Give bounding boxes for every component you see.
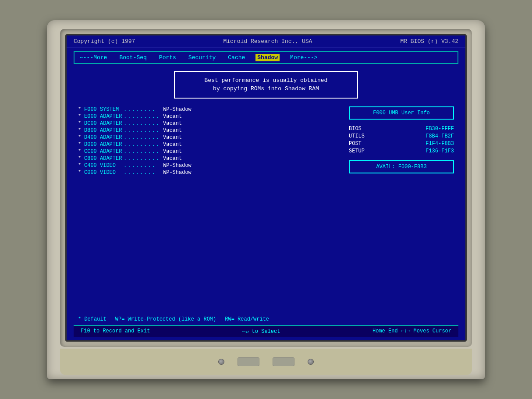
mem-value: WP-Shadow	[163, 162, 192, 169]
memory-row[interactable]: * DC00 ADAPTER ......... Vacant	[78, 120, 340, 127]
mem-star: *	[78, 113, 84, 120]
status-cursor: Home End ←↓→ Moves Cursor	[372, 328, 451, 335]
avail-value: F000-F8B3	[398, 164, 427, 170]
info-label: SETUP	[349, 148, 373, 154]
two-column-section: * F000 SYSTEM ........ WP-Shadow* E000 A…	[74, 106, 458, 309]
mem-value: Vacant	[163, 155, 182, 162]
mem-dots: .........	[124, 113, 163, 120]
info-row: POSTF1F4-F8B3	[349, 141, 454, 147]
mem-star: *	[78, 127, 84, 134]
mem-dots: ........	[124, 162, 163, 169]
mem-star: *	[78, 155, 84, 162]
info-label: POST	[349, 141, 373, 147]
notice-box: Best performance is usually obtained by …	[174, 71, 358, 99]
info-table: BIOSFB30-FFFFUTILSF8B4-FB2FPOSTF1F4-F8B3…	[349, 124, 454, 156]
info-label: BIOS	[349, 126, 373, 132]
legend-default: * Default	[78, 316, 106, 322]
memory-row[interactable]: * D400 ADAPTER ......... Vacant	[78, 134, 340, 141]
info-row: UTILSF8B4-FB2F	[349, 133, 454, 139]
info-value: F1F4-F8B3	[426, 141, 454, 147]
mem-addr: DC00 ADAPTER	[84, 120, 124, 127]
company-text: Microid Research Inc., USA	[223, 38, 312, 45]
right-panel: F000 UMB User Info BIOSFB30-FFFFUTILSF8B…	[349, 106, 454, 309]
status-bar: F10 to Record and Exit ←↵ to Select Home…	[74, 325, 458, 337]
mem-addr: D800 ADAPTER	[84, 127, 124, 134]
umb-info-box: F000 UMB User Info	[349, 106, 454, 120]
nav-item-boot-seq[interactable]: Boot-Seq	[117, 54, 148, 61]
status-select: ←↵ to Select	[242, 328, 280, 335]
bios-header: Copyright (c) 1997 Microid Research Inc.…	[67, 35, 465, 48]
mem-dots: .........	[124, 155, 163, 162]
monitor-btn-1[interactable]	[238, 357, 259, 366]
mem-value: WP-Shadow	[163, 106, 192, 113]
info-value: F136-F1F3	[426, 148, 454, 154]
legend: * Default WP= Write-Protected (like a RO…	[74, 314, 458, 325]
mem-addr: D400 ADAPTER	[84, 134, 124, 141]
mem-value: Vacant	[163, 127, 182, 134]
screw-left	[218, 359, 224, 365]
nav-item-ports[interactable]: Ports	[157, 54, 178, 61]
nav-next-arrow[interactable]: More--->	[288, 54, 319, 61]
nav-bar: ←---More Boot-Seq Ports Security Cache S…	[74, 51, 458, 64]
memory-row[interactable]: * CC00 ADAPTER ......... Vacant	[78, 148, 340, 155]
bios-version: MR BIOS (r) V3.42	[400, 38, 458, 45]
mem-star: *	[78, 169, 84, 176]
mem-star: *	[78, 162, 84, 169]
mem-value: Vacant	[163, 148, 182, 155]
mem-dots: .........	[124, 120, 163, 127]
status-f10: F10 to Record and Exit	[81, 328, 150, 335]
mem-value: WP-Shadow	[163, 169, 192, 176]
mem-dots: .........	[124, 127, 163, 134]
mem-addr: F000 SYSTEM	[84, 106, 124, 113]
mem-dots: ........	[124, 106, 163, 113]
mem-star: *	[78, 120, 84, 127]
nav-prev-arrow[interactable]: ←---More	[78, 54, 109, 61]
nav-item-security[interactable]: Security	[187, 54, 217, 61]
memory-row[interactable]: * F000 SYSTEM ........ WP-Shadow	[78, 106, 340, 113]
memory-row[interactable]: * C000 VIDEO ........ WP-Shadow	[78, 169, 340, 176]
mem-value: Vacant	[163, 120, 182, 127]
legend-rw: RW= Read/Write	[225, 316, 269, 322]
mem-value: Vacant	[163, 141, 182, 148]
notice-line2: by copying ROMs into Shadow RAM	[184, 85, 348, 93]
mem-addr: C400 VIDEO	[84, 162, 124, 169]
monitor-bezel: Copyright (c) 1997 Microid Research Inc.…	[60, 29, 472, 347]
copyright-text: Copyright (c) 1997	[74, 38, 135, 45]
nav-item-cache[interactable]: Cache	[226, 54, 247, 61]
memory-list: * F000 SYSTEM ........ WP-Shadow* E000 A…	[78, 106, 340, 309]
main-area: Best performance is usually obtained by …	[74, 67, 458, 325]
info-row: BIOSFB30-FFFF	[349, 126, 454, 132]
mem-star: *	[78, 106, 84, 113]
memory-row[interactable]: * E000 ADAPTER ......... Vacant	[78, 113, 340, 120]
bios-screen: Copyright (c) 1997 Microid Research Inc.…	[65, 34, 467, 342]
memory-row[interactable]: * C400 VIDEO ........ WP-Shadow	[78, 162, 340, 169]
mem-addr: E000 ADAPTER	[84, 113, 124, 120]
monitor-bottom	[60, 349, 472, 375]
info-label: UTILS	[349, 133, 373, 139]
mem-star: *	[78, 134, 84, 141]
mem-addr: CC00 ADAPTER	[84, 148, 124, 155]
memory-row[interactable]: * D800 ADAPTER ......... Vacant	[78, 127, 340, 134]
info-row: SETUPF136-F1F3	[349, 148, 454, 154]
screw-right	[308, 359, 314, 365]
mem-star: *	[78, 141, 84, 148]
mem-addr: C800 ADAPTER	[84, 155, 124, 162]
mem-addr: D000 ADAPTER	[84, 141, 124, 148]
mem-dots: ........	[124, 169, 163, 176]
memory-row[interactable]: * C800 ADAPTER ......... Vacant	[78, 155, 340, 162]
mem-dots: .........	[124, 134, 163, 141]
mem-addr: C000 VIDEO	[84, 169, 124, 176]
monitor: Copyright (c) 1997 Microid Research Inc.…	[47, 20, 485, 379]
nav-item-shadow[interactable]: Shadow	[255, 54, 280, 61]
mem-value: Vacant	[163, 134, 182, 141]
legend-wp: WP= Write-Protected (like a ROM)	[115, 316, 216, 322]
mem-value: Vacant	[163, 113, 182, 120]
info-value: F8B4-FB2F	[426, 133, 454, 139]
notice-line1: Best performance is usually obtained	[184, 76, 348, 85]
memory-row[interactable]: * D000 ADAPTER ......... Vacant	[78, 141, 340, 148]
avail-label: AVAIL:	[376, 164, 395, 170]
avail-box: AVAIL: F000-F8B3	[349, 160, 454, 173]
mem-star: *	[78, 148, 84, 155]
monitor-btn-2[interactable]	[273, 357, 294, 366]
info-value: FB30-FFFF	[426, 126, 454, 132]
